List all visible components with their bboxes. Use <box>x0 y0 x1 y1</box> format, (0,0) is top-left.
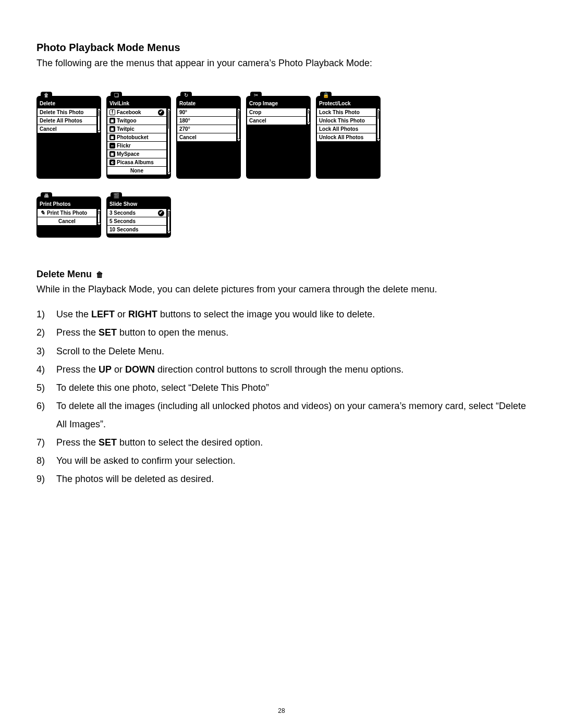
step-text: Press the UP or DOWN direction control b… <box>56 361 527 379</box>
menu-item-delete-all-photos[interactable]: Delete All Photos <box>38 117 96 125</box>
scrollbar[interactable] <box>307 108 310 125</box>
twitpic-icon: ▣ <box>109 126 115 132</box>
step-text: Scroll to the Delete Menu. <box>56 342 527 361</box>
menu-item-photobucket[interactable]: ▣ Photobucket <box>107 133 166 141</box>
scrollbar[interactable] <box>97 209 100 225</box>
photobucket-icon: ▣ <box>109 134 115 140</box>
menu-item-cancel[interactable]: Cancel <box>38 125 96 133</box>
print-icon: 🖶 <box>41 192 52 200</box>
step-text: Press the SET button to select the desir… <box>56 434 527 452</box>
step-number: 5) <box>36 379 56 397</box>
slideshow-icon: 🎬 <box>111 192 122 200</box>
page-number: 28 <box>0 707 563 714</box>
menu-item-cancel[interactable]: Cancel <box>177 133 236 141</box>
step-text: You will be asked to confirm your select… <box>56 452 527 470</box>
link-icon: ❏ <box>111 92 122 99</box>
step-text: To delete this one photo, select “Delete… <box>56 379 527 397</box>
lock-icon: 🔒 <box>320 92 332 99</box>
step-text: To delete all the images (including all … <box>56 397 527 434</box>
menu-item-myspace[interactable]: ▣ MySpace <box>107 150 166 158</box>
rotate-menu-header: Rotate <box>177 99 240 108</box>
menu-item-lock-all[interactable]: Lock All Photos <box>317 125 376 133</box>
print-item-icon: ✎ <box>40 210 45 216</box>
step-number: 1) <box>36 305 56 324</box>
trash-icon: 🗑 <box>96 270 103 279</box>
scrollbar[interactable] <box>167 108 170 175</box>
steps-list: 1) Use the LEFT or RIGHT buttons to sele… <box>36 305 527 488</box>
menu-item-unlock-this[interactable]: Unlock This Photo <box>317 117 376 125</box>
scrollbar[interactable] <box>167 209 170 233</box>
delete-menu-section-title: Delete Menu 🗑 <box>36 269 527 280</box>
rotate-icon: ↻ <box>180 92 192 99</box>
menu-item-cancel[interactable]: Cancel <box>247 117 306 125</box>
step-number: 7) <box>36 434 56 452</box>
menu-item-10s[interactable]: 10 Seconds <box>107 226 166 233</box>
step-number: 2) <box>36 324 56 342</box>
vivilink-menu-header: ViviLink <box>107 99 170 108</box>
menu-item-delete-this-photo[interactable]: Delete This Photo <box>38 108 96 116</box>
crop-menu-card: ✂ Crop Image Crop Cancel <box>246 96 311 179</box>
myspace-icon: ▣ <box>109 151 115 157</box>
check-icon: ✔ <box>158 210 164 216</box>
protect-menu-header: Protect/Lock <box>317 99 380 108</box>
menu-grid: 🗑 Delete Delete This Photo Delete All Ph… <box>36 91 527 238</box>
crop-icon: ✂ <box>250 92 262 99</box>
flickr-icon: •• <box>109 143 115 149</box>
delete-menu-header: Delete <box>38 99 100 108</box>
menu-item-cancel[interactable]: Cancel <box>38 217 96 225</box>
menu-item-facebook[interactable]: f Facebook ✔ <box>107 108 166 116</box>
twitgoo-icon: ▣ <box>109 118 115 124</box>
check-icon: ✔ <box>158 109 164 116</box>
menu-item-twitpic[interactable]: ▣ Twitpic <box>107 125 166 133</box>
menu-item-3s[interactable]: 3 Seconds ✔ <box>107 209 166 217</box>
protect-menu-card: 🔒 Protect/Lock Lock This Photo Unlock Th… <box>316 96 381 179</box>
scrollbar[interactable] <box>377 108 380 141</box>
scrollbar[interactable] <box>237 108 240 141</box>
menu-item-none[interactable]: None <box>107 167 166 175</box>
menu-item-90[interactable]: 90° <box>177 108 236 116</box>
menu-item-270[interactable]: 270° <box>177 125 236 133</box>
rotate-menu-card: ↻ Rotate 90° 180° 270° Cancel <box>176 96 241 179</box>
step-text: The photos will be deleted as desired. <box>56 470 527 488</box>
menu-item-twitgoo[interactable]: ▣ Twitgoo <box>107 117 166 125</box>
step-number: 9) <box>36 470 56 488</box>
vivilink-menu-card: ❏ ViviLink f Facebook ✔ ▣ Twitgoo ▣ Twi <box>106 96 171 179</box>
step-number: 3) <box>36 342 56 361</box>
print-menu-card: 🖶 Print Photos ✎ Print This Photo Cancel <box>36 196 101 238</box>
menu-item-print-this[interactable]: ✎ Print This Photo <box>38 209 96 217</box>
trash-icon: 🗑 <box>41 92 52 99</box>
intro-text: The following are the menus that appear … <box>36 57 527 70</box>
step-number: 6) <box>36 397 56 434</box>
page-title: Photo Playback Mode Menus <box>36 42 527 54</box>
menu-item-flickr[interactable]: •• Flickr <box>107 142 166 150</box>
menu-item-crop[interactable]: Crop <box>247 108 306 116</box>
facebook-icon: f <box>109 109 115 115</box>
step-number: 4) <box>36 361 56 379</box>
step-text: Use the LEFT or RIGHT buttons to select … <box>56 305 527 324</box>
menu-item-unlock-all[interactable]: Unlock All Photos <box>317 133 376 141</box>
scrollbar[interactable] <box>97 108 100 133</box>
delete-menu-section-desc: While in the Playback Mode, you can dele… <box>36 283 527 296</box>
step-text: Press the SET button to open the menus. <box>56 324 527 342</box>
print-menu-header: Print Photos <box>38 200 100 209</box>
menu-item-5s[interactable]: 5 Seconds <box>107 217 166 225</box>
menu-item-picasa[interactable]: ◐ Picasa Albums <box>107 158 166 166</box>
delete-menu-card: 🗑 Delete Delete This Photo Delete All Ph… <box>36 96 101 179</box>
crop-menu-header: Crop Image <box>247 99 310 108</box>
menu-item-lock-this[interactable]: Lock This Photo <box>317 108 376 116</box>
slideshow-menu-card: 🎬 Slide Show 3 Seconds ✔ 5 Seconds 10 Se… <box>106 196 171 238</box>
slideshow-menu-header: Slide Show <box>107 200 170 209</box>
step-number: 8) <box>36 452 56 470</box>
picasa-icon: ◐ <box>109 159 115 165</box>
menu-item-180[interactable]: 180° <box>177 117 236 125</box>
